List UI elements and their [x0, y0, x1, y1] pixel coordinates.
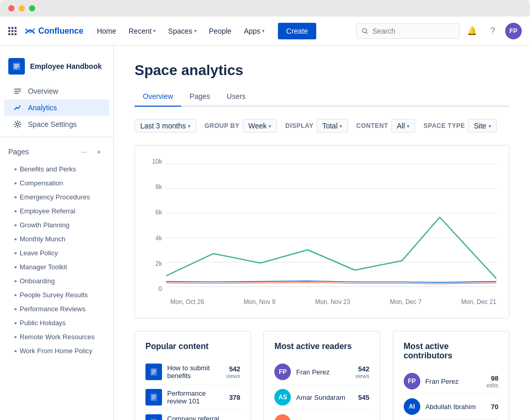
active-contributor-item[interactable]: FP Fran Perez 98 edits [404, 369, 498, 394]
document-icon [145, 389, 162, 405]
chevron-down-icon: ▾ [489, 123, 491, 129]
popular-content-item[interactable]: How to submit benefits 542 views [145, 359, 240, 385]
nav-recent[interactable]: Recent▾ [123, 24, 160, 38]
sidebar-page-item[interactable]: People Survey Results [0, 288, 113, 302]
sidebar-item-settings[interactable]: Space Settings [4, 116, 109, 133]
page-title: Space analytics [135, 62, 509, 79]
main-content: Space analytics Overview Pages Users Las… [114, 46, 530, 420]
chevron-down-icon: ▾ [194, 28, 197, 34]
sidebar-page-item[interactable]: Employee Referral [0, 204, 113, 218]
bullet-icon [14, 182, 17, 184]
date-range-filter[interactable]: Last 3 months ▾ [135, 119, 196, 133]
sidebar-page-item[interactable]: Performance Reviews [0, 302, 113, 316]
group-by-filter-item: GROUP BY Week ▾ [204, 119, 277, 133]
chart-area [166, 158, 496, 294]
notifications-button[interactable]: 🔔 [464, 23, 480, 39]
bullet-icon [14, 294, 17, 296]
sidebar-page-item[interactable]: Compensation [0, 176, 113, 190]
sidebar-page-item[interactable]: Work From Home Policy [0, 344, 113, 358]
active-contributor-item[interactable]: AI Abdullah Ibrahim 70 [404, 394, 498, 419]
pages-actions: ··· + [78, 146, 105, 158]
chart-svg [166, 158, 496, 293]
nav-apps[interactable]: Apps▾ [239, 24, 270, 38]
pages-label: Pages [8, 148, 78, 156]
help-button[interactable]: ? [484, 23, 501, 39]
search-input[interactable] [372, 27, 454, 35]
create-button[interactable]: Create [278, 23, 316, 39]
avatar: AS [274, 389, 291, 405]
tab-overview[interactable]: Overview [135, 87, 181, 107]
active-reader-item[interactable]: AS Amar Sundaram 545 [274, 385, 369, 410]
bullet-icon [14, 350, 17, 352]
tabs: Overview Pages Users [135, 87, 509, 107]
sidebar-page-item[interactable]: Remote Work Resources [0, 330, 113, 344]
active-reader-item[interactable]: FP Fran Perez 542 views [274, 359, 369, 385]
bullet-icon [14, 210, 17, 212]
maximize-button[interactable] [29, 5, 35, 11]
sidebar-page-item[interactable]: Benefits and Perks [0, 162, 113, 176]
sidebar-item-analytics[interactable]: Analytics [4, 99, 109, 116]
sidebar: Employee Handbook Overview Analytics Spa… [0, 46, 114, 420]
avatar: FP [404, 373, 420, 389]
active-readers-title: Most active readers [274, 342, 369, 351]
minimize-button[interactable] [19, 5, 25, 11]
bullet-icon [14, 322, 17, 324]
sidebar-pages-list: Benefits and PerksCompensationEmergency … [0, 162, 113, 358]
chart-x-axis: Mon, Oct 26 Mon, Nov 9 Mon, Nov 23 Mon, … [148, 298, 496, 306]
sidebar-page-item[interactable]: Leave Policy [0, 246, 113, 260]
space-icon [8, 58, 25, 75]
chevron-down-icon: ▾ [188, 123, 190, 129]
close-button[interactable] [8, 5, 14, 11]
space-type-filter-item: SPACE TYPE Site ▾ [423, 119, 496, 133]
bullet-icon [14, 266, 17, 268]
search-icon [362, 27, 368, 35]
sidebar-item-overview[interactable]: Overview [4, 83, 109, 99]
popular-content-card: Popular content How to submit benefits 5… [135, 331, 251, 420]
sidebar-space-header[interactable]: Employee Handbook [0, 54, 113, 83]
nav-people[interactable]: People [204, 24, 237, 38]
bullet-icon [14, 252, 17, 254]
sidebar-divider [0, 137, 113, 137]
chevron-down-icon: ▾ [153, 28, 156, 34]
avatar: AI [404, 398, 420, 415]
chart-wrapper: 10k 8k 6k 4k 2k 0 [148, 158, 496, 294]
popular-content-items: How to submit benefits 542 views Perform… [145, 359, 240, 420]
popular-content-item[interactable]: Performance review 101 378 [145, 385, 240, 410]
user-avatar[interactable]: FP [505, 23, 522, 39]
space-type-filter[interactable]: Site ▾ [468, 119, 496, 133]
tab-pages[interactable]: Pages [181, 87, 218, 107]
app-body: Employee Handbook Overview Analytics Spa… [0, 46, 530, 420]
sidebar-page-item[interactable]: Growth Planning [0, 218, 113, 232]
bullet-icon [14, 238, 17, 240]
sidebar-pages-header: Pages ··· + [0, 141, 113, 162]
sidebar-page-item[interactable]: Onboarding [0, 274, 113, 288]
search-box[interactable] [356, 23, 460, 39]
content-filter[interactable]: All ▾ [391, 119, 416, 133]
pages-more-button[interactable]: ··· [78, 146, 91, 158]
tab-users[interactable]: Users [218, 87, 254, 107]
sidebar-page-item[interactable]: Emergency Procedures [0, 190, 113, 204]
popular-content-item[interactable]: Company referral process 254 [145, 410, 240, 420]
cards-row: Popular content How to submit benefits 5… [135, 331, 509, 420]
sidebar-page-item[interactable]: Monthly Munch [0, 232, 113, 246]
sidebar-page-item[interactable]: Manager Toolkit [0, 260, 113, 274]
bullet-icon [14, 224, 17, 226]
window-chrome [0, 0, 530, 17]
confluence-logo[interactable]: Confluence [25, 26, 83, 36]
display-filter[interactable]: Total ▾ [317, 119, 348, 133]
chart-y-axis: 10k 8k 6k 4k 2k 0 [148, 158, 166, 293]
nav-spaces[interactable]: Spaces▾ [163, 24, 202, 38]
filter-bar: Last 3 months ▾ GROUP BY Week ▾ DISPLAY … [135, 119, 509, 133]
bullet-icon [14, 308, 17, 310]
chevron-down-icon: ▾ [269, 123, 271, 129]
active-readers-card: Most active readers FP Fran Perez 542 vi… [263, 331, 380, 420]
sidebar-page-item[interactable]: Public Holidays [0, 316, 113, 330]
bullet-icon [14, 168, 17, 170]
nav-home[interactable]: Home [92, 24, 121, 38]
active-contributors-card: Most active contributors FP Fran Perez 9… [393, 331, 509, 420]
grid-menu-icon[interactable] [8, 27, 17, 35]
pages-add-button[interactable]: + [93, 146, 105, 158]
group-by-filter[interactable]: Week ▾ [243, 119, 277, 133]
analytics-icon [12, 104, 23, 112]
active-reader-item[interactable]: JR Jane Rotanson 542 [274, 410, 369, 420]
